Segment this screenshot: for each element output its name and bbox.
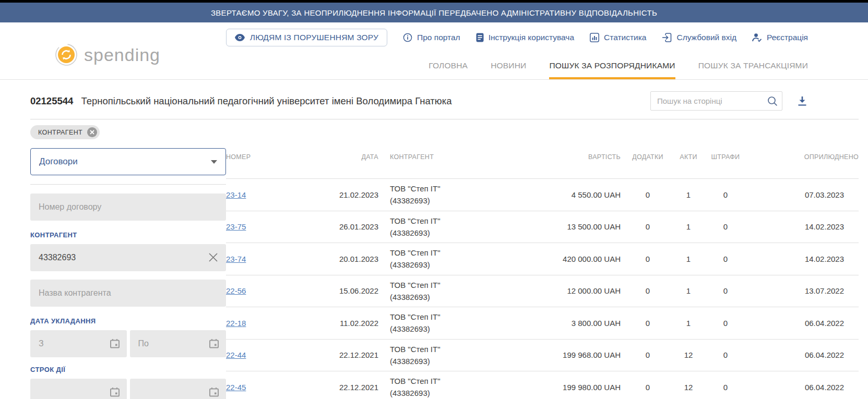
contract-link[interactable]: 22-18 xyxy=(226,319,246,328)
counterparty-name: ТОВ "Степ ІТ" xyxy=(390,183,484,195)
fines-count: 0 xyxy=(708,286,743,295)
header-link-manual[interactable]: Інструкція користувача xyxy=(476,33,574,42)
counterparty-cell: ТОВ "Степ ІТ" (43382693) xyxy=(390,311,484,335)
fines-count: 0 xyxy=(708,222,743,231)
header-link-service-login[interactable]: Службовий вхід xyxy=(662,33,736,42)
spending-logo-icon xyxy=(55,43,78,66)
contract-date: 20.01.2023 xyxy=(311,255,384,263)
table-header: НОМЕР ДАТА КОНТРАГЕНТ ВАРТІСТЬ ДОДАТКИ А… xyxy=(226,144,859,178)
published-date: 14.02.2023 xyxy=(749,255,859,263)
contract-link[interactable]: 22-45 xyxy=(226,383,246,392)
tab-home[interactable]: ГОЛОВНА xyxy=(429,61,468,79)
counterparty-cell: ТОВ "Степ ІТ" (43382693) xyxy=(390,215,484,239)
contract-value: 12 000.00 UAH xyxy=(490,286,621,295)
fines-count: 0 xyxy=(708,190,743,199)
attachments-count: 0 xyxy=(627,350,669,359)
calendar-icon[interactable] xyxy=(109,338,121,349)
column-header-fines: ШТРАФИ xyxy=(708,153,743,161)
counterparty-cell: ТОВ "Степ ІТ" (43382693) xyxy=(390,279,484,304)
counterparty-code-input[interactable] xyxy=(30,244,226,271)
download-button[interactable] xyxy=(796,95,808,107)
attachments-count: 0 xyxy=(627,255,669,263)
accessibility-button[interactable]: ЛЮДЯМ ІЗ ПОРУШЕННЯМ ЗОРУ xyxy=(226,29,387,46)
counterparty-name-input[interactable] xyxy=(30,280,226,307)
conclusion-date-label: ДАТА УКЛАДАННЯ xyxy=(30,317,226,325)
contract-link[interactable]: 23-75 xyxy=(226,222,246,231)
counterparty-code: (43382693) xyxy=(390,355,484,367)
filter-chip-label: КОНТРАГЕНТ xyxy=(38,129,82,136)
contracts-table: НОМЕР ДАТА КОНТРАГЕНТ ВАРТІСТЬ ДОДАТКИ А… xyxy=(226,144,859,399)
column-header-published: ОПРИЛЮДНЕНО xyxy=(749,153,859,161)
table-row: 23-74 20.01.2023 ТОВ "Степ ІТ" (43382693… xyxy=(226,243,859,275)
published-date: 06.04.2022 xyxy=(749,383,859,392)
table-row: 22-45 22.12.2021 ТОВ "Степ ІТ" (43382693… xyxy=(226,371,859,399)
contract-number-input[interactable] xyxy=(30,194,226,221)
table-row: 22-18 11.02.2022 ТОВ "Степ ІТ" (43382693… xyxy=(226,307,859,339)
counterparty-code: (43382693) xyxy=(390,323,484,335)
document-type-select[interactable]: Договори xyxy=(30,148,226,175)
counterparty-name: ТОВ "Степ ІТ" xyxy=(390,279,484,291)
page-search-input[interactable] xyxy=(651,96,763,105)
eye-icon xyxy=(235,34,245,41)
contract-link[interactable]: 22-56 xyxy=(226,286,246,295)
edrpou-code: 02125544 xyxy=(30,95,73,106)
column-header-date: ДАТА xyxy=(311,153,384,161)
table-row: 22-44 22.12.2021 ТОВ "Степ ІТ" (43382693… xyxy=(226,339,859,371)
active-filters-row: КОНТРАГЕНТ xyxy=(30,125,859,139)
main-nav: ГОЛОВНА НОВИНИ ПОШУК ЗА РОЗПОРЯДНИКАМИ П… xyxy=(429,61,808,79)
site-header: spending ЛЮДЯМ ІЗ ПОРУШЕННЯМ ЗОРУ Про по… xyxy=(0,22,868,80)
contract-date: 15.06.2022 xyxy=(311,286,384,295)
manual-icon xyxy=(476,33,484,42)
calendar-icon[interactable] xyxy=(208,338,220,349)
counterparty-cell: ТОВ "Степ ІТ" (43382693) xyxy=(390,183,484,207)
tab-search-by-transactions[interactable]: ПОШУК ЗА ТРАНСАКЦІЯМИ xyxy=(698,61,808,79)
acts-count: 1 xyxy=(675,255,702,263)
search-button[interactable] xyxy=(763,92,782,110)
counterparty-name: ТОВ "Степ ІТ" xyxy=(390,375,484,387)
sidebar-divider xyxy=(30,184,226,185)
contract-link[interactable]: 22-44 xyxy=(226,350,246,359)
clear-icon[interactable] xyxy=(208,252,219,263)
page-title: Тернопільський національний педагогічний… xyxy=(81,95,451,106)
attachments-count: 0 xyxy=(627,319,669,328)
calendar-icon[interactable] xyxy=(109,386,121,398)
contract-link[interactable]: 23-74 xyxy=(226,255,246,263)
contract-date: 11.02.2022 xyxy=(311,319,384,328)
header-link-statistics[interactable]: Статистика xyxy=(590,33,646,42)
document-type-value: Договори xyxy=(39,156,78,167)
page-search xyxy=(650,91,782,111)
chip-remove-icon[interactable] xyxy=(87,127,97,137)
header-links: ЛЮДЯМ ІЗ ПОРУШЕННЯМ ЗОРУ Про портал Інст… xyxy=(55,22,808,46)
contract-date: 22.12.2021 xyxy=(311,350,384,359)
acts-count: 12 xyxy=(675,383,702,392)
counterparty-code: (43382693) xyxy=(390,291,484,303)
counterparty-name: ТОВ "Степ ІТ" xyxy=(390,215,484,227)
tab-news[interactable]: НОВИНИ xyxy=(491,61,526,79)
search-icon xyxy=(767,95,778,107)
chevron-down-icon xyxy=(211,160,217,164)
download-icon xyxy=(796,95,808,107)
contract-date: 22.12.2021 xyxy=(311,383,384,392)
spending-logo[interactable]: spending xyxy=(55,43,160,66)
column-header-attachments: ДОДАТКИ xyxy=(627,153,669,161)
calendar-icon[interactable] xyxy=(208,386,220,398)
acts-count: 1 xyxy=(675,190,702,199)
fines-count: 0 xyxy=(708,255,743,263)
counterparty-cell: ТОВ "Степ ІТ" (43382693) xyxy=(390,343,484,368)
login-icon xyxy=(662,33,672,42)
table-rows: 23-14 21.02.2023 ТОВ "Степ ІТ" (43382693… xyxy=(226,178,859,399)
register-icon xyxy=(752,33,762,42)
contract-link[interactable]: 23-14 xyxy=(226,190,246,199)
title-row: 02125544 Тернопільський національний пед… xyxy=(30,91,859,111)
counterparty-name: ТОВ "Степ ІТ" xyxy=(390,247,484,259)
contract-date: 26.01.2023 xyxy=(311,222,384,231)
column-header-value: ВАРТІСТЬ xyxy=(490,153,621,161)
header-link-registration[interactable]: Реєстрація xyxy=(752,33,808,42)
statistics-icon xyxy=(590,33,599,42)
warning-banner-text: ЗВЕРТАЄМО УВАГУ, ЗА НЕОПРИЛЮДНЕННЯ ІНФОР… xyxy=(211,8,657,17)
tab-search-by-spenders[interactable]: ПОШУК ЗА РОЗПОРЯДНИКАМИ xyxy=(549,61,675,79)
column-header-acts: АКТИ xyxy=(675,153,702,161)
counterparty-name: ТОВ "Степ ІТ" xyxy=(390,311,484,323)
header-link-about[interactable]: Про портал xyxy=(403,33,460,42)
table-row: 22-56 15.06.2022 ТОВ "Степ ІТ" (43382693… xyxy=(226,275,859,307)
